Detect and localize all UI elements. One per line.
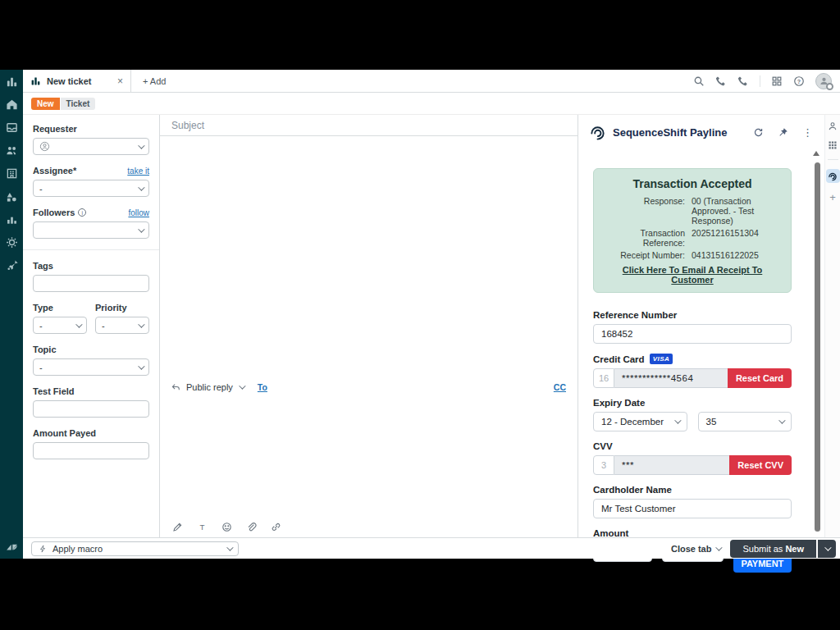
link-icon[interactable]: [271, 522, 281, 532]
priority-label: Priority: [95, 303, 127, 313]
sequenceshift-logo-icon: [589, 124, 606, 141]
sequenceshift-app-icon[interactable]: [826, 169, 840, 183]
rail-divider: [828, 159, 838, 160]
composer-header: Public reply To CC: [160, 379, 578, 395]
help-icon[interactable]: ?: [793, 75, 805, 87]
kebab-menu-icon[interactable]: ⋮: [802, 127, 813, 138]
call-history-icon[interactable]: [737, 75, 749, 87]
tab-close-icon[interactable]: ×: [117, 76, 123, 86]
close-tab-control[interactable]: Close tab: [671, 544, 721, 554]
subject-row: [160, 115, 578, 136]
search-icon[interactable]: [693, 75, 705, 87]
views-icon[interactable]: [6, 121, 18, 134]
submit-options-button[interactable]: [818, 540, 836, 558]
channel-selector[interactable]: Public reply: [186, 382, 233, 392]
right-context-rail: +: [824, 115, 840, 537]
subject-input[interactable]: [171, 120, 566, 131]
response-value: 00 (Transaction Approved. - Test Respons…: [692, 196, 784, 226]
product-logo-icon: [6, 75, 18, 88]
priority-select[interactable]: -: [95, 317, 149, 334]
customer-context-icon[interactable]: [828, 121, 838, 131]
chevron-down-icon: [824, 544, 831, 550]
submit-ticket-button[interactable]: Submit as New: [730, 540, 816, 558]
email-receipt-link[interactable]: Click Here To Email A Receipt To Custome…: [600, 265, 784, 285]
footer-actions: Close tab Submit as New: [671, 540, 836, 558]
ticket-badge-row: New Ticket: [23, 93, 840, 115]
type-value: -: [39, 321, 43, 331]
user-avatar[interactable]: [815, 73, 832, 89]
rocket-icon[interactable]: [6, 259, 18, 272]
organizations-icon[interactable]: [6, 167, 18, 180]
conversation-area: [160, 136, 578, 379]
payline-app-panel: SequenceShift Payline ⋮ Transaction Acce…: [578, 115, 824, 537]
admin-gear-icon[interactable]: [6, 236, 18, 249]
attachment-icon[interactable]: [246, 522, 257, 532]
cardholder-name-label: Cardholder Name: [593, 485, 792, 495]
expiry-year-select[interactable]: 35: [698, 412, 792, 431]
requester-select[interactable]: [33, 138, 149, 155]
ticket-tab[interactable]: New ticket ×: [23, 70, 131, 92]
reply-editor[interactable]: [160, 395, 578, 516]
add-tab-button[interactable]: + Add: [143, 76, 166, 86]
text-format-icon[interactable]: T: [197, 522, 208, 532]
priority-value: -: [102, 321, 105, 331]
topic-select[interactable]: -: [33, 358, 149, 376]
amount-payed-input[interactable]: [33, 442, 149, 459]
header-actions: ?: [693, 73, 840, 89]
follow-link[interactable]: follow: [128, 208, 149, 217]
to-link[interactable]: To: [258, 382, 267, 392]
macro-lightning-icon: [39, 545, 47, 553]
topic-value: -: [39, 363, 43, 372]
ticket-tab-icon: [30, 75, 41, 86]
chevron-down-icon: [226, 544, 233, 550]
response-label: Response:: [600, 196, 685, 226]
header-divider: [760, 75, 760, 87]
reset-cvv-button[interactable]: Reset CVV: [729, 455, 792, 475]
apply-macro-select[interactable]: Apply macro: [31, 541, 239, 556]
pin-icon[interactable]: [778, 127, 788, 138]
receipt-number-label: Receipt Number:: [600, 250, 685, 260]
reset-card-button[interactable]: Reset Card: [728, 368, 792, 388]
chevron-down-icon: [138, 363, 144, 369]
ticket-properties-panel: Requester Assignee* take it - Followers …: [23, 115, 160, 537]
type-select[interactable]: -: [33, 317, 87, 334]
transaction-reference-label: Transaction Reference:: [600, 228, 685, 248]
test-field-input[interactable]: [33, 400, 149, 418]
scrollbar-up-arrow[interactable]: [813, 151, 819, 156]
reference-number-input[interactable]: [593, 324, 792, 344]
zendesk-logo-icon: [6, 540, 18, 552]
tags-input[interactable]: [33, 275, 149, 292]
content-area: Requester Assignee* take it - Followers …: [23, 115, 840, 537]
analytics-icon[interactable]: [6, 213, 18, 226]
phone-icon[interactable]: [715, 75, 727, 87]
expiry-month-select[interactable]: 12 - December: [593, 412, 687, 431]
chevron-down-icon: [778, 417, 785, 423]
left-nav-rail: [0, 70, 23, 559]
chevron-down-icon: [716, 544, 723, 550]
pen-icon[interactable]: [172, 522, 183, 532]
customers-icon[interactable]: [6, 144, 18, 157]
payline-body: Transaction Accepted Response: 00 (Trans…: [578, 146, 824, 537]
chevron-down-icon: [75, 321, 82, 327]
cardholder-name-input[interactable]: [593, 499, 792, 518]
followers-select[interactable]: [33, 221, 149, 239]
info-icon[interactable]: i: [78, 208, 86, 217]
scrollbar-thumb[interactable]: [815, 162, 820, 532]
cc-link[interactable]: CC: [554, 382, 566, 392]
add-app-icon[interactable]: +: [829, 192, 836, 203]
type-label: Type: [33, 303, 53, 313]
cvv-group: 3 *** Reset CVV: [593, 455, 792, 475]
requester-label: Requester: [33, 124, 77, 134]
assignee-select[interactable]: -: [33, 180, 149, 197]
apps-grid-icon[interactable]: [771, 75, 783, 87]
refresh-icon[interactable]: [753, 127, 764, 138]
assignee-label: Assignee*: [33, 166, 76, 176]
reporting-shapes-icon[interactable]: [6, 190, 18, 203]
card-length-box: 16: [593, 368, 614, 388]
take-it-link[interactable]: take it: [127, 167, 149, 176]
emoji-icon[interactable]: [221, 522, 232, 532]
apps-tray-icon[interactable]: [828, 140, 838, 150]
amount-payed-label: Amount Payed: [33, 428, 96, 438]
home-icon[interactable]: [6, 98, 18, 111]
properties-divider: [23, 249, 159, 250]
